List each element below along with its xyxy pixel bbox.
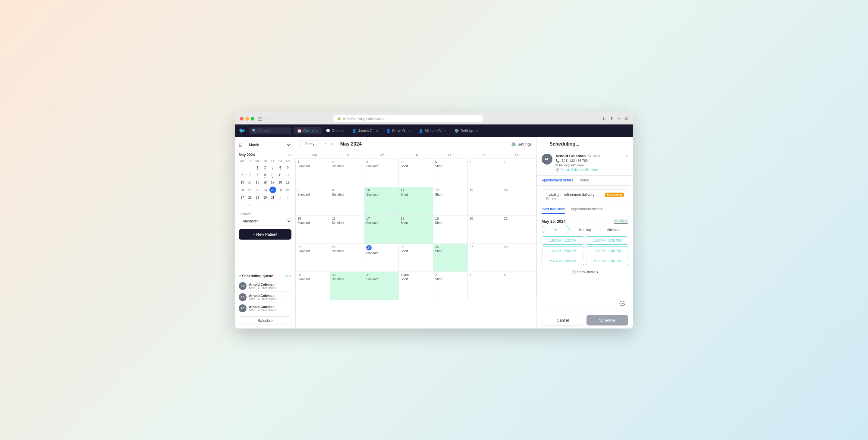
view-select[interactable]: Month Week Day <box>245 141 291 149</box>
mini-cal-day-29[interactable]: 29 <box>254 194 261 201</box>
mini-cal-day-3[interactable]: 3 <box>270 164 276 170</box>
filter-tab-morning[interactable]: Morning <box>571 226 599 233</box>
cal-cell-may5[interactable]: 5Short <box>433 159 468 187</box>
mini-cal-day-31[interactable]: 31 <box>270 194 276 201</box>
cancel-button[interactable]: Cancel <box>541 315 584 325</box>
cal-cell-jun1[interactable]: 1 JunShort <box>399 272 433 300</box>
cal-cell-may2[interactable]: 2Standard <box>330 159 364 187</box>
schedule-button[interactable]: Schedule <box>587 315 628 325</box>
cal-cell-may15[interactable]: 15Standard <box>296 216 330 244</box>
cal-cell-may25[interactable]: 25Short <box>399 244 433 272</box>
mini-cal-day-24-today[interactable]: 24 <box>270 187 276 193</box>
calendar-settings-button[interactable]: ⚙️ Settings <box>511 142 532 147</box>
tab-appointment-details[interactable]: Appointment details <box>541 176 573 185</box>
cal-cell-may11[interactable]: 11Short <box>399 187 433 216</box>
mini-cal-day-jun4[interactable]: 4 <box>247 201 253 208</box>
mini-cal-day-9[interactable]: 9 <box>261 171 268 178</box>
cal-cell-may29[interactable]: 29Standard <box>296 272 330 300</box>
mini-cal-day-26[interactable]: 26 <box>284 187 291 193</box>
filter-tab-afternoon[interactable]: Afternoon <box>600 226 628 233</box>
cal-cell-may6[interactable]: 6 <box>468 159 502 187</box>
tab-close-steve[interactable]: ✕ <box>408 129 411 133</box>
cal-cell-may20[interactable]: 20 <box>468 216 502 244</box>
cal-cell-may27[interactable]: 27 <box>468 244 502 272</box>
cal-cell-may9[interactable]: 9Standard <box>330 187 364 216</box>
forward-button[interactable]: › <box>270 116 272 121</box>
nav-tab-michael[interactable]: 👤 Michael C. ✕ <box>415 127 450 134</box>
cal-cell-may8[interactable]: 8Standard <box>296 187 330 216</box>
cal-cell-may21[interactable]: 21 <box>502 216 536 244</box>
mini-cal-day-2[interactable]: 2 <box>261 164 268 170</box>
nav-tab-steve[interactable]: 👤 Steve G. ✕ <box>382 127 415 134</box>
cal-cell-may12[interactable]: 12Short <box>433 187 468 216</box>
prev-month-button[interactable]: ‹ <box>322 141 328 147</box>
share-button[interactable]: ⬆ <box>610 116 614 121</box>
mini-cal-day-17[interactable]: 17 <box>270 179 276 186</box>
tab-overview-button[interactable]: ⧉ <box>625 116 628 121</box>
url-text[interactable]: https://admin.greyfinch.com/ <box>343 117 384 121</box>
cal-cell-may23[interactable]: 23Standard <box>330 244 364 272</box>
slot-230pm[interactable]: 2:30 PM - 3:00 PM <box>586 257 628 265</box>
mini-cal-day-22[interactable]: 22 <box>254 187 261 193</box>
slot-1am[interactable]: 1:00 AM - 1:30 AM <box>541 236 584 245</box>
cal-cell-may7[interactable]: 7 <box>502 159 536 187</box>
slot-130pm[interactable]: 1:30 PM - 2:00 PM <box>586 247 628 255</box>
mini-cal-day-12[interactable]: 12 <box>284 171 291 178</box>
mini-cal-day[interactable] <box>247 164 253 170</box>
nav-tab-calendar[interactable]: 📅 Calendar <box>293 127 321 134</box>
cal-cell-may26[interactable]: 26Short <box>433 244 468 272</box>
queue-clear-button[interactable]: Clear <box>284 274 291 278</box>
new-tab-button[interactable]: + <box>618 116 621 121</box>
cal-cell-may30[interactable]: 30Standard <box>330 272 364 300</box>
mini-calendar-next-button[interactable]: › <box>290 153 291 157</box>
next-month-button[interactable]: › <box>329 141 334 147</box>
more-tabs-button[interactable]: ... <box>484 128 492 133</box>
cal-cell-may13[interactable]: 13 <box>468 187 502 216</box>
sidebar-toggle-button[interactable]: ⊟ <box>258 116 262 122</box>
today-button[interactable]: Today <box>300 140 319 148</box>
mini-cal-day-23[interactable]: 23 <box>261 187 268 193</box>
search-input[interactable] <box>258 129 288 133</box>
chat-button[interactable]: 💬 <box>617 298 628 309</box>
cal-cell-may4[interactable]: 4Short <box>399 159 433 187</box>
mini-cal-day-20[interactable]: 20 <box>239 187 246 193</box>
cal-cell-jun2[interactable]: 2Short <box>433 272 468 300</box>
slots-filter-button[interactable]: ▼ Filters <box>614 219 628 224</box>
mini-cal-day-jun2[interactable]: 2 <box>284 194 291 201</box>
show-more-button[interactable]: 🕐 Show more ▾ <box>541 268 628 277</box>
cal-cell-jun3[interactable]: 3 <box>468 272 502 300</box>
mini-cal-day-10[interactable]: 10 <box>270 171 276 178</box>
mini-cal-day-16[interactable]: 16 <box>261 179 268 186</box>
nav-tab-james[interactable]: 👤 James C. ✕ <box>348 127 382 134</box>
mini-cal-day-18[interactable]: 18 <box>277 179 284 186</box>
maximize-window-button[interactable] <box>251 117 254 121</box>
tab-close-james[interactable]: ✕ <box>376 129 378 133</box>
mini-cal-day-4[interactable]: 4 <box>277 164 284 170</box>
cal-cell-may17[interactable]: 17Standard <box>364 216 399 244</box>
mini-cal-day-28[interactable]: 28 <box>247 194 253 201</box>
mini-cal-day-6[interactable]: 6 <box>239 171 246 178</box>
cal-cell-may19[interactable]: 19Short <box>433 216 468 244</box>
search-box[interactable]: 🔍 <box>249 127 291 134</box>
tab-close-michael[interactable]: ✕ <box>444 129 447 133</box>
mini-cal-day-7[interactable]: 7 <box>247 171 253 178</box>
cal-cell-may24-today[interactable]: 24Standard <box>364 244 399 272</box>
cal-cell-may28[interactable]: 28 <box>502 244 536 272</box>
mini-cal-day-jun3[interactable]: 3 <box>239 201 246 208</box>
mini-cal-day-15[interactable]: 15 <box>254 179 261 186</box>
appointment-history-tab[interactable]: Appointment history <box>571 207 603 214</box>
cal-cell-may10[interactable]: 10Standard <box>364 187 399 216</box>
nav-tab-comms[interactable]: 💬 Comms <box>322 127 348 134</box>
cal-cell-may22[interactable]: 22Standard <box>296 244 330 272</box>
schedule-queue-button[interactable]: Schedule <box>239 316 291 325</box>
mini-cal-day-11[interactable]: 11 <box>277 171 284 178</box>
next-free-slots-tab[interactable]: Next free slots <box>541 207 565 214</box>
filter-tab-all[interactable]: All <box>541 226 569 233</box>
cal-cell-may14[interactable]: 14 <box>502 187 536 216</box>
download-button[interactable]: ⬇ <box>601 116 606 121</box>
cal-cell-may3[interactable]: 3Standard <box>364 159 399 187</box>
cal-cell-jun4[interactable]: 4 <box>502 272 536 300</box>
mini-cal-day-21[interactable]: 21 <box>247 187 253 193</box>
panel-back-button[interactable]: ← <box>541 142 547 147</box>
tab-notes[interactable]: Notes <box>579 176 589 185</box>
